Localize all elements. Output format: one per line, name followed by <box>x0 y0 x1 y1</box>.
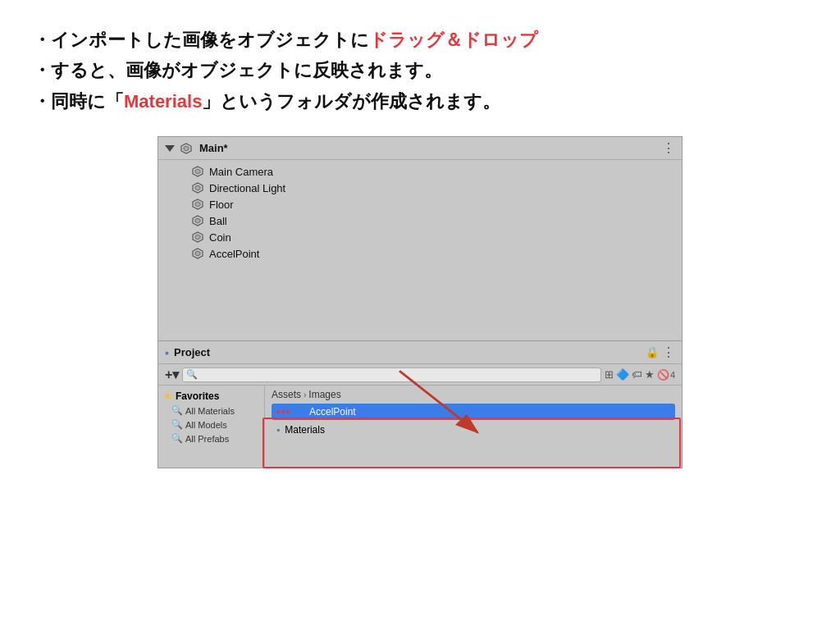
page-container: ・インポートした画像をオブジェクトにドラッグ＆ドロップ ・すると、画像がオブジェ… <box>0 0 840 630</box>
bullet-text-3: ・同時に「Materials」というフォルダが作成されます。 <box>33 86 500 116</box>
search-icon-materials: 🔍 <box>171 405 183 416</box>
hierarchy-item-floor[interactable]: Floor <box>158 196 682 212</box>
asset-item-materials[interactable]: ▪ Materials <box>272 422 675 438</box>
bullet-item-3: ・同時に「Materials」というフォルダが作成されます。 <box>33 86 807 116</box>
svg-marker-5 <box>195 185 200 190</box>
hierarchy-scene-icon <box>180 142 193 155</box>
favorites-title: Favorites <box>176 390 219 402</box>
lock-icon[interactable]: 🔒 <box>646 346 659 358</box>
hierarchy-item-coin[interactable]: Coin <box>158 229 682 245</box>
item-label-coin: Coin <box>209 231 231 244</box>
search-box[interactable]: 🔍 <box>182 368 601 382</box>
fav-item-prefabs[interactable]: 🔍 All Prefabs <box>158 431 264 445</box>
project-title: Project <box>174 346 641 358</box>
svg-marker-3 <box>195 169 200 174</box>
fav-item-models[interactable]: 🔍 All Models <box>158 418 264 431</box>
hierarchy-item-ball[interactable]: Ball <box>158 212 682 229</box>
eye-icon[interactable]: 🚫 4 <box>657 369 675 381</box>
breadcrumb-root: Assets <box>272 389 301 400</box>
svg-marker-9 <box>195 218 200 223</box>
asset-label-accelpoint: AccelPoint <box>309 406 356 418</box>
favorites-header: ★ Favorites <box>158 389 264 404</box>
item-label-floor: Floor <box>209 199 234 211</box>
svg-marker-11 <box>195 235 200 240</box>
object-icon-accelpoint <box>191 247 204 260</box>
bullet-item-2: ・すると、画像がオブジェクトに反映されます。 <box>33 55 807 85</box>
star-filter-icon[interactable]: ★ <box>645 368 655 381</box>
bullet-text-1: ・インポートした画像をオブジェクトにドラッグ＆ドロップ <box>33 25 538 55</box>
hierarchy-item-directional-light[interactable]: Directional Light <box>158 180 682 196</box>
toolbar-icons: ⊞ 🔷 🏷 ★ 🚫 4 <box>605 368 675 381</box>
svg-marker-1 <box>184 146 189 151</box>
collapse-icon[interactable] <box>165 145 175 152</box>
scene-filter-icon[interactable]: ⊞ <box>605 368 614 381</box>
highlight-materials: Materials <box>124 91 202 112</box>
hierarchy-menu-icon[interactable]: ⋮ <box>662 140 675 156</box>
folder-icon-materials: ▪ <box>276 424 280 436</box>
item-label-accelpoint: AccelPoint <box>209 248 259 260</box>
object-icon-floor <box>191 198 204 211</box>
highlight-drag-drop: ドラッグ＆ドロップ <box>369 30 538 50</box>
svg-marker-7 <box>195 202 200 207</box>
object-icon-main-camera <box>191 165 204 178</box>
favorites-star-icon: ★ <box>163 390 172 402</box>
bullet-text-2: ・すると、画像がオブジェクトに反映されます。 <box>33 55 442 85</box>
search-icon-models: 🔍 <box>171 419 183 430</box>
object-icon-directional-light <box>191 181 204 194</box>
fav-label-models: All Models <box>185 420 227 430</box>
object-icon-ball <box>191 214 204 227</box>
asset-item-accelpoint[interactable]: AccelPoint <box>272 404 675 420</box>
item-label-ball: Ball <box>209 215 227 227</box>
breadcrumb-chevron: › <box>304 390 306 399</box>
project-header: ▪ Project 🔒 ⋮ <box>158 341 682 364</box>
assets-breadcrumb: Assets › Images <box>272 389 675 400</box>
eye-count: 4 <box>670 370 675 380</box>
unity-screenshot: Main* ⋮ Main Camera <box>158 136 682 468</box>
hierarchy-title: Main* <box>199 142 657 154</box>
bullet-item-1: ・インポートした画像をオブジェクトにドラッグ＆ドロップ <box>33 25 807 55</box>
project-toolbar: +▾ 🔍 ⊞ 🔷 🏷 ★ 🚫 4 <box>158 364 682 386</box>
add-button[interactable]: +▾ <box>165 367 179 382</box>
fav-label-prefabs: All Prefabs <box>185 434 229 444</box>
fav-item-materials[interactable]: 🔍 All Materials <box>158 404 264 418</box>
assets-items: AccelPoint ▪ Materials <box>272 404 675 438</box>
object-icon-coin <box>191 231 204 244</box>
hierarchy-item-main-camera[interactable]: Main Camera <box>158 163 682 180</box>
object-filter-icon[interactable]: 🔷 <box>616 368 629 381</box>
texture-icon-accelpoint <box>276 410 304 413</box>
eye-symbol: 🚫 <box>657 369 669 381</box>
project-menu-icon[interactable]: ⋮ <box>662 345 675 360</box>
assets-panel: Assets › Images <box>265 386 682 468</box>
fav-label-materials: All Materials <box>185 406 235 416</box>
breadcrumb-folder: Images <box>308 389 340 400</box>
item-label-directional-light: Directional Light <box>209 182 285 194</box>
tag-icon[interactable]: 🏷 <box>632 368 642 381</box>
favorites-panel: ★ Favorites 🔍 All Materials 🔍 All Models… <box>158 386 265 468</box>
item-label-main-camera: Main Camera <box>209 166 273 178</box>
project-body: ★ Favorites 🔍 All Materials 🔍 All Models… <box>158 386 682 468</box>
hierarchy-panel: Main* ⋮ Main Camera <box>158 136 682 341</box>
project-header-icons: 🔒 ⋮ <box>646 345 675 360</box>
hierarchy-header: Main* ⋮ <box>158 137 682 160</box>
asset-label-materials: Materials <box>285 424 325 436</box>
project-folder-icon: ▪ <box>165 346 169 359</box>
hierarchy-content: Main Camera Directional Light <box>158 160 682 340</box>
hierarchy-item-accelpoint[interactable]: AccelPoint <box>158 245 682 262</box>
bullet-list: ・インポートした画像をオブジェクトにドラッグ＆ドロップ ・すると、画像がオブジェ… <box>33 25 807 116</box>
search-icon: 🔍 <box>186 369 198 380</box>
project-panel: ▪ Project 🔒 ⋮ +▾ 🔍 ⊞ 🔷 🏷 ★ <box>158 341 682 468</box>
svg-marker-13 <box>195 251 200 256</box>
search-icon-prefabs: 🔍 <box>171 433 183 444</box>
